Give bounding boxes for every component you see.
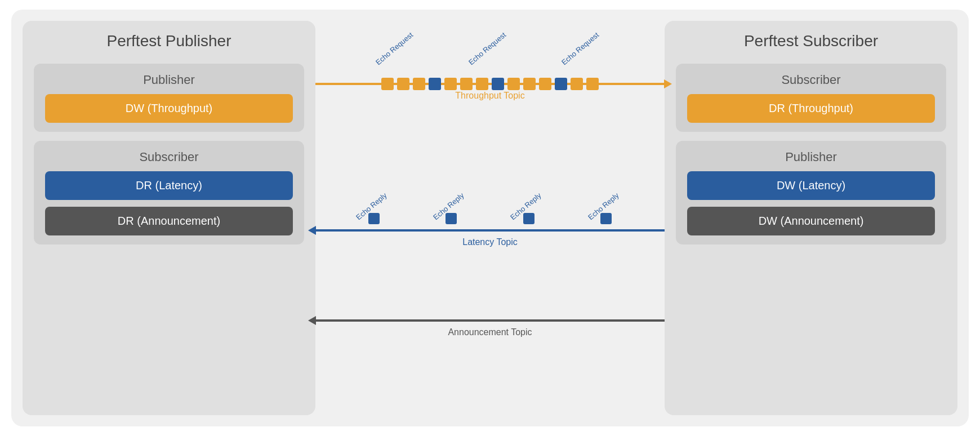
announcement-arrow-row: Announcement Topic: [315, 319, 665, 322]
announcement-topic-label: Announcement Topic: [448, 327, 532, 337]
echo-request-1: Echo Request: [374, 30, 415, 66]
throughput-arrow-row: Echo Request Echo Request Echo Request T…: [315, 83, 665, 85]
throughput-packets: [315, 78, 665, 90]
packet-13: [571, 78, 583, 90]
packet-6: [460, 78, 473, 90]
throughput-topic-label: Throughput Topic: [455, 91, 524, 101]
dr-announcement-left: DR (Announcement): [45, 207, 293, 235]
dw-announcement-right: DW (Announcement): [687, 207, 935, 235]
publisher-sub-title-right: Publisher: [687, 150, 935, 164]
packet-7: [476, 78, 488, 90]
announcement-arrowhead: [308, 316, 316, 325]
publisher-panel-title: Perftest Publisher: [34, 32, 304, 50]
publisher-sub-title: Publisher: [45, 73, 293, 87]
packet-5: [444, 78, 457, 90]
latency-packet-group-3: Echo Reply: [510, 201, 547, 224]
announcement-arrow-line: Announcement Topic: [315, 319, 665, 322]
echo-request-labels: Echo Request Echo Request Echo Request: [350, 43, 630, 52]
dw-throughput-publisher: DW (Throughput): [45, 94, 293, 123]
dw-latency-right: DW (Latency): [687, 171, 935, 200]
center-area: Echo Request Echo Request Echo Request T…: [315, 21, 665, 415]
subscriber-sub-panel-left: Subscriber DR (Latency) DR (Announcement…: [34, 141, 304, 244]
dr-latency-left: DR (Latency): [45, 171, 293, 200]
latency-packets: Echo Reply Echo Reply Echo Reply Echo Re…: [315, 201, 665, 224]
throughput-arrowhead: [664, 79, 672, 88]
packet-4-blue: [429, 78, 441, 90]
publisher-panel: Perftest Publisher Publisher DW (Through…: [23, 21, 315, 415]
packet-1: [381, 78, 394, 90]
packet-2: [397, 78, 409, 90]
packet-8-blue: [492, 78, 504, 90]
subscriber-panel-title: Perftest Subscriber: [676, 32, 946, 50]
subscriber-sub-title-right: Subscriber: [687, 73, 935, 87]
latency-arrow-row: Echo Reply Echo Reply Echo Reply Echo Re…: [315, 229, 665, 232]
echo-request-2: Echo Request: [467, 30, 507, 66]
subscriber-panel: Perftest Subscriber Subscriber DR (Throu…: [665, 21, 957, 415]
packet-9: [507, 78, 520, 90]
latency-arrowhead: [308, 226, 316, 235]
latency-packet-group-4: Echo Reply: [587, 201, 625, 224]
dr-throughput-right: DR (Throughput): [687, 94, 935, 123]
packet-10: [523, 78, 536, 90]
packet-14: [586, 78, 599, 90]
publisher-sub-panel: Publisher DW (Throughput): [34, 64, 304, 132]
packet-11: [539, 78, 551, 90]
latency-pkt-1: [368, 213, 380, 224]
latency-packet-group-2: Echo Reply: [433, 201, 470, 224]
packet-3: [413, 78, 425, 90]
latency-packet-group-1: Echo Reply: [355, 201, 393, 224]
subscriber-sub-title-left: Subscriber: [45, 150, 293, 164]
latency-pkt-2: [446, 213, 457, 224]
latency-arrow-line: Echo Reply Echo Reply Echo Reply Echo Re…: [315, 229, 665, 232]
diagram-container: Perftest Publisher Publisher DW (Through…: [11, 10, 969, 426]
packet-12-blue: [555, 78, 567, 90]
latency-pkt-4: [600, 213, 612, 224]
throughput-arrow-line: Echo Request Echo Request Echo Request T…: [315, 83, 665, 85]
echo-request-3: Echo Request: [560, 30, 600, 66]
latency-topic-label: Latency Topic: [462, 237, 518, 247]
publisher-sub-panel-right: Publisher DW (Latency) DW (Announcement): [676, 141, 946, 244]
latency-pkt-3: [523, 213, 534, 224]
subscriber-sub-panel-right: Subscriber DR (Throughput): [676, 64, 946, 132]
